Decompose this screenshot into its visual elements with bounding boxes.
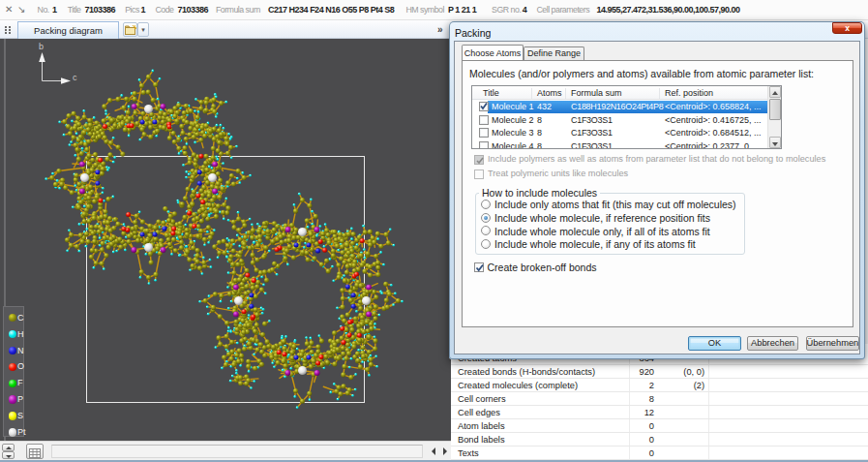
svg-text:c: c (73, 73, 77, 82)
svg-text:b: b (39, 42, 44, 51)
